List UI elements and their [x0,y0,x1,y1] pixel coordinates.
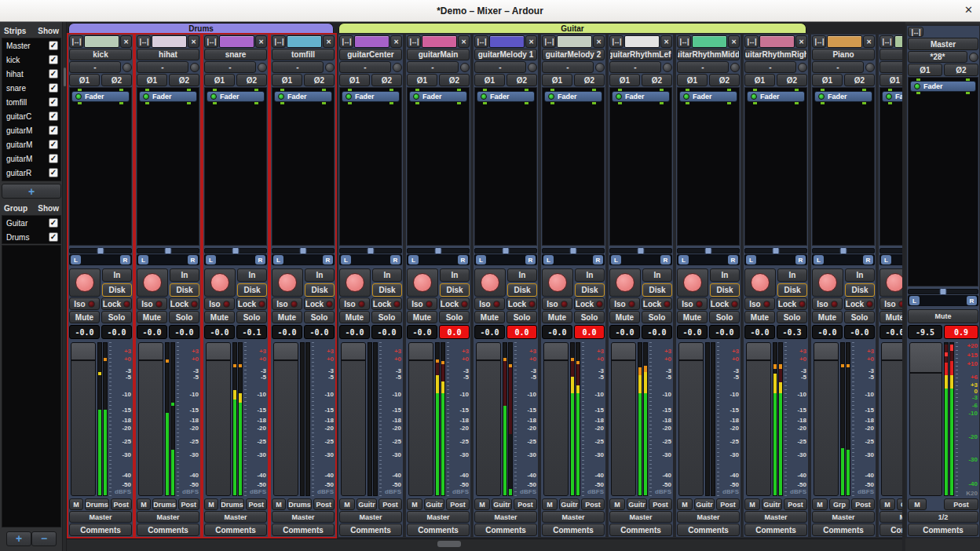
mute-button[interactable]: Mute [407,311,437,323]
pan-control[interactable]: L R [272,246,335,268]
comments-button[interactable]: Comments [272,524,335,536]
strip-color-chip[interactable] [894,35,902,48]
phase-1-button[interactable]: Ø1 [474,74,505,86]
gain-display[interactable]: -0.0 [272,325,302,339]
hide-strip-button[interactable]: ✕ [120,35,132,48]
strip-name-button[interactable]: guitarCenter [339,49,402,60]
sidebar-scrollbar-handle[interactable] [64,68,66,86]
record-arm-button[interactable] [339,268,371,297]
mono-button[interactable]: M [339,498,355,510]
visible-checkbox[interactable]: ✓ [49,232,58,242]
strip-name-button[interactable]: tomfill [272,49,335,60]
trim-knob[interactable] [258,63,267,72]
processor-box[interactable]: Fader [908,77,978,286]
output-button[interactable]: Master [474,511,537,523]
phase-1-button[interactable]: Ø1 [339,74,370,86]
phase-2-button[interactable]: Ø2 [777,74,807,86]
metering-point-button[interactable]: Post [784,498,807,510]
phase-2-button[interactable]: Ø2 [844,74,875,86]
group-button[interactable]: Guitr [627,498,647,510]
strip-color-chip[interactable] [827,35,862,48]
gain-display[interactable]: -0.0 [677,325,708,339]
volume-fader[interactable] [341,342,366,496]
solo-button[interactable]: Solo [236,311,267,323]
add-strip-button[interactable]: + [2,184,61,199]
mute-button[interactable]: Mute [272,311,302,323]
record-arm-button[interactable] [542,268,573,297]
gain-display[interactable]: -0.0 [879,325,902,339]
list-item[interactable]: guitarC ✓ [2,109,60,123]
narrow-strip-toggle[interactable]: |↔| [204,35,218,48]
gain-display[interactable]: -0.0 [204,325,235,339]
disk-monitor-button[interactable]: Disk [507,283,537,297]
fader-processor[interactable]: Fader [207,91,265,102]
group-button[interactable]: Drums [152,498,177,510]
disk-monitor-button[interactable]: Disk [372,283,402,297]
pan-track[interactable] [542,248,605,254]
phase-1-button[interactable]: Ø1 [407,74,437,86]
pan-control[interactable]: L R [908,287,978,308]
phase-2-button[interactable]: Ø2 [506,74,537,86]
peak-display[interactable]: -0.3 [777,325,807,339]
input-monitor-button[interactable]: In [507,268,537,282]
input-monitor-button[interactable]: In [305,268,335,282]
visible-checkbox[interactable]: ✓ [49,55,58,64]
output-button[interactable]: Master [204,511,267,523]
volume-fader[interactable] [814,342,839,496]
solo-lock-button[interactable]: Lock [236,297,267,310]
processor-active-led[interactable] [818,93,825,100]
horizontal-scrollbar[interactable] [67,538,902,551]
solo-button[interactable]: Solo [506,311,537,323]
trim-button[interactable]: - [204,61,256,73]
pan-handle[interactable] [638,247,645,254]
narrow-strip-toggle[interactable]: |↔| [272,35,286,48]
fader-processor[interactable]: Fader [910,81,976,92]
input-monitor-button[interactable]: In [170,268,199,282]
mono-button[interactable]: M [474,498,490,510]
input-monitor-button[interactable]: In [777,268,807,282]
comments-button[interactable]: Comments [204,524,267,536]
processor-box[interactable]: Fader [137,87,199,246]
pan-control[interactable]: L R [744,246,807,268]
record-arm-button[interactable] [137,268,168,297]
gain-display[interactable]: -0.0 [137,325,167,339]
fader-processor[interactable]: Fader [612,91,670,102]
output-button[interactable]: Master [609,511,672,523]
comments-button[interactable]: Comments [879,524,902,536]
group-button[interactable]: Guitr [694,498,715,510]
strip-name-button[interactable]: guitarMelody 1 [474,49,537,60]
volume-fader[interactable] [408,342,433,496]
pan-track[interactable] [137,248,199,254]
pan-track[interactable] [204,248,267,254]
visible-checkbox[interactable]: ✓ [49,154,58,163]
volume-fader[interactable] [909,342,942,496]
solo-isolate-button[interactable]: Iso [339,297,370,310]
volume-fader[interactable] [881,342,902,496]
phase-2-button[interactable]: Ø2 [642,74,672,86]
solo-lock-button[interactable]: Lock [844,297,875,310]
remove-group-button[interactable]: − [31,531,57,546]
record-arm-button[interactable] [744,268,776,297]
strip-color-chip[interactable] [422,35,457,48]
solo-lock-button[interactable]: Lock [709,297,740,310]
gain-display[interactable]: -0.0 [474,325,505,339]
list-item[interactable]: kick ✓ [2,53,60,67]
pan-handle[interactable] [165,247,172,254]
mute-button[interactable]: Mute [744,311,775,323]
solo-isolate-button[interactable]: Iso [204,297,235,310]
comments-button[interactable]: Comments [137,524,199,536]
solo-isolate-button[interactable]: Iso [474,297,505,310]
solo-isolate-button[interactable]: Iso [407,297,437,310]
metering-point-button[interactable]: Post [514,498,537,510]
narrow-strip-toggle[interactable]: |↔| [812,35,826,48]
phase-2-button[interactable]: Ø2 [709,74,740,86]
peak-display[interactable]: -0.1 [236,325,267,339]
record-arm-button[interactable] [204,268,236,297]
fader-processor[interactable]: Fader [882,91,902,102]
fader-processor[interactable]: Fader [409,91,467,102]
disk-monitor-button[interactable]: Disk [777,283,807,297]
pan-control[interactable]: L R [69,246,132,268]
group-button[interactable]: Grp [829,498,850,510]
processor-active-led[interactable] [210,93,217,100]
hide-strip-button[interactable]: ✕ [390,35,402,48]
